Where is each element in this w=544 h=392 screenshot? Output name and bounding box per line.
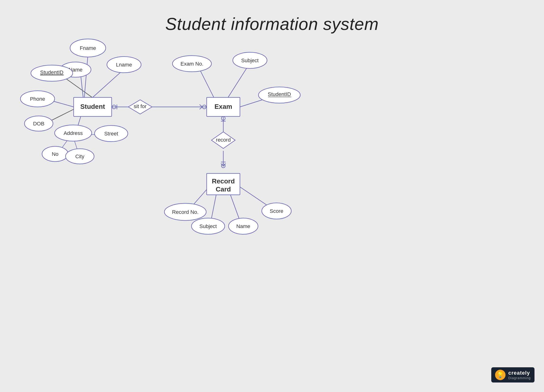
svg-line-0 bbox=[63, 77, 92, 97]
svg-text:Score: Score bbox=[270, 208, 283, 214]
svg-text:Address: Address bbox=[64, 130, 83, 136]
creately-badge: 💡 creately Diagramming bbox=[491, 367, 534, 382]
svg-line-18 bbox=[200, 70, 214, 97]
bulb-icon: 💡 bbox=[495, 370, 506, 380]
svg-line-19 bbox=[228, 66, 248, 97]
svg-text:StudentID: StudentID bbox=[268, 91, 291, 97]
svg-line-3 bbox=[93, 70, 123, 97]
svg-text:Exam No.: Exam No. bbox=[181, 61, 204, 67]
er-diagram: sit for record Student Exam Record Card … bbox=[0, 0, 544, 392]
svg-line-15 bbox=[200, 105, 202, 107]
svg-text:Card: Card bbox=[216, 185, 231, 193]
svg-line-31 bbox=[231, 195, 240, 221]
svg-text:StudentID: StudentID bbox=[40, 69, 63, 75]
svg-line-2 bbox=[84, 55, 88, 97]
brand-name: creately bbox=[508, 370, 531, 376]
svg-text:Phone: Phone bbox=[30, 96, 45, 102]
svg-line-30 bbox=[211, 195, 216, 221]
svg-line-1 bbox=[81, 76, 83, 97]
svg-text:Fname: Fname bbox=[80, 45, 96, 51]
svg-text:Exam: Exam bbox=[214, 103, 232, 110]
svg-text:Record: Record bbox=[212, 178, 235, 185]
svg-text:DOB: DOB bbox=[33, 121, 44, 127]
svg-text:Subject: Subject bbox=[241, 58, 259, 63]
svg-text:Record No.: Record No. bbox=[172, 209, 198, 215]
brand-tagline: Diagramming bbox=[508, 376, 531, 380]
svg-text:Subject: Subject bbox=[199, 223, 217, 229]
svg-text:No: No bbox=[52, 151, 59, 157]
svg-text:City: City bbox=[75, 154, 84, 159]
svg-text:Lname: Lname bbox=[116, 62, 132, 68]
svg-line-17 bbox=[200, 107, 202, 109]
svg-text:Street: Street bbox=[104, 131, 118, 137]
brand-text: creately Diagramming bbox=[508, 370, 531, 380]
svg-text:sit for: sit for bbox=[134, 103, 147, 109]
svg-text:Student: Student bbox=[80, 103, 105, 110]
svg-text:Name: Name bbox=[236, 223, 250, 229]
svg-text:record: record bbox=[216, 137, 231, 143]
